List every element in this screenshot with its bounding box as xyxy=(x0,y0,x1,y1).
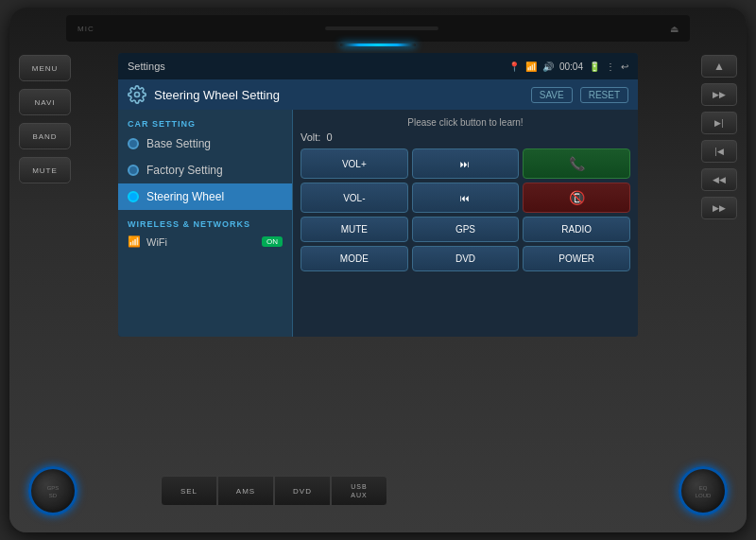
steering-wheel-dot xyxy=(128,191,139,202)
ams-button[interactable]: AMS xyxy=(217,476,274,506)
control-button-grid: VOL+ ⏭ 📞 VOL- ⏮ 📵 MUTE GPS RADIO MODE DV… xyxy=(301,148,630,271)
mic-label: MIC xyxy=(77,25,94,33)
wireless-label: WIRELESS & NETWORKS xyxy=(118,216,292,231)
fwd-button[interactable]: ▶| xyxy=(701,112,737,134)
mute-button[interactable]: MUTE xyxy=(301,217,408,242)
wifi-label: WiFi xyxy=(146,236,167,248)
factory-setting-label: Factory Setting xyxy=(146,164,223,177)
header-title: Steering Wheel Setting xyxy=(154,88,524,102)
top-strip: MIC ⏏ xyxy=(66,15,690,42)
rew-button[interactable]: |◀ xyxy=(701,140,737,163)
mute-hw-button[interactable]: MUTE xyxy=(19,157,71,183)
steering-wheel-label: Steering Wheel xyxy=(146,190,224,203)
next-track-button[interactable]: ⏭ xyxy=(412,148,520,179)
wifi-icon: 📶 xyxy=(128,235,141,248)
radio-button[interactable]: RADIO xyxy=(523,217,630,242)
bottom-section: SEL AMS DVD USBAUX xyxy=(85,462,671,514)
location-icon: 📍 xyxy=(508,61,520,72)
dvd-button[interactable]: DVD xyxy=(412,246,520,271)
wifi-status-icon: 📶 xyxy=(525,61,537,72)
skip-fwd-button[interactable]: ▶▶ xyxy=(701,83,737,106)
header-bar: Steering Wheel Setting SAVE RESET xyxy=(118,79,638,110)
menu-dots-icon[interactable]: ⋮ xyxy=(606,61,615,72)
menu-item-factory-setting[interactable]: Factory Setting xyxy=(118,157,292,183)
sel-button[interactable]: SEL xyxy=(161,476,217,506)
base-setting-dot xyxy=(128,138,139,149)
instruction: Please click button to learn! xyxy=(301,117,630,128)
status-bar: Settings 📍 📶 🔊 00:04 🔋 ⋮ ↩ xyxy=(118,53,638,79)
right-knob[interactable]: EQLOUD xyxy=(679,466,728,515)
left-panel: CAR SETTING Base Setting Factory Setting… xyxy=(118,110,293,337)
menu-item-base-setting[interactable]: Base Setting xyxy=(118,131,292,157)
eject-hw-button[interactable]: ▲ xyxy=(701,55,737,78)
cd-slot xyxy=(325,26,438,30)
power-button[interactable]: POWER xyxy=(523,246,630,271)
wifi-item[interactable]: 📶 WiFi ON xyxy=(118,231,292,253)
menu-item-steering-wheel[interactable]: Steering Wheel xyxy=(118,183,292,210)
skip-rew-button[interactable]: ◀◀ xyxy=(701,168,737,191)
svg-point-0 xyxy=(135,93,140,97)
back-icon[interactable]: ↩ xyxy=(621,61,628,72)
battery-icon: 🔋 xyxy=(589,61,600,72)
left-knob[interactable]: GPSSD xyxy=(28,466,77,515)
led-bar xyxy=(340,44,416,46)
gps-button[interactable]: GPS xyxy=(412,217,520,242)
menu-button[interactable]: MENU xyxy=(19,55,71,81)
mode-button[interactable]: MODE xyxy=(301,246,408,271)
navi-button[interactable]: NAVI xyxy=(19,89,71,115)
volume-status-icon: 🔊 xyxy=(542,61,554,72)
content: CAR SETTING Base Setting Factory Setting… xyxy=(118,110,638,337)
prev-track-button[interactable]: ⏮ xyxy=(412,183,520,213)
screen: Settings 📍 📶 🔊 00:04 🔋 ⋮ ↩ Steering Whee… xyxy=(118,53,638,337)
volt-row: Volt: 0 xyxy=(301,131,630,143)
call-answer-button[interactable]: 📞 xyxy=(523,148,630,179)
gear-icon xyxy=(128,85,146,104)
vol-minus-button[interactable]: VOL- xyxy=(301,183,408,213)
car-setting-label: CAR SETTING xyxy=(118,115,292,131)
right-panel: Please click button to learn! Volt: 0 VO… xyxy=(293,110,638,337)
usb-aux-button[interactable]: USBAUX xyxy=(331,476,387,506)
app-title: Settings xyxy=(128,61,503,72)
vol-plus-button[interactable]: VOL+ xyxy=(301,148,408,179)
dvd-hw-button[interactable]: DVD xyxy=(274,476,331,506)
base-setting-label: Base Setting xyxy=(146,137,211,150)
save-button[interactable]: SAVE xyxy=(531,87,573,103)
side-buttons-left: MENU NAVI BAND MUTE xyxy=(19,55,71,183)
side-buttons-right: ▲ ▶▶ ▶| |◀ ◀◀ ▶▶ xyxy=(701,55,737,219)
status-time: 00:04 xyxy=(559,61,583,72)
reset-button[interactable]: RESET xyxy=(580,87,628,103)
call-end-button[interactable]: 📵 xyxy=(523,183,630,213)
volt-label: Volt: xyxy=(301,131,320,143)
play-button[interactable]: ▶▶ xyxy=(701,197,737,219)
band-button[interactable]: BAND xyxy=(19,123,71,149)
volt-value: 0 xyxy=(326,131,332,143)
wifi-toggle[interactable]: ON xyxy=(262,236,283,247)
car-unit: MIC ⏏ Settings 📍 📶 🔊 00:04 🔋 ⋮ ↩ Steerin… xyxy=(9,8,747,532)
eject-icon[interactable]: ⏏ xyxy=(670,24,679,34)
factory-setting-dot xyxy=(128,165,139,176)
